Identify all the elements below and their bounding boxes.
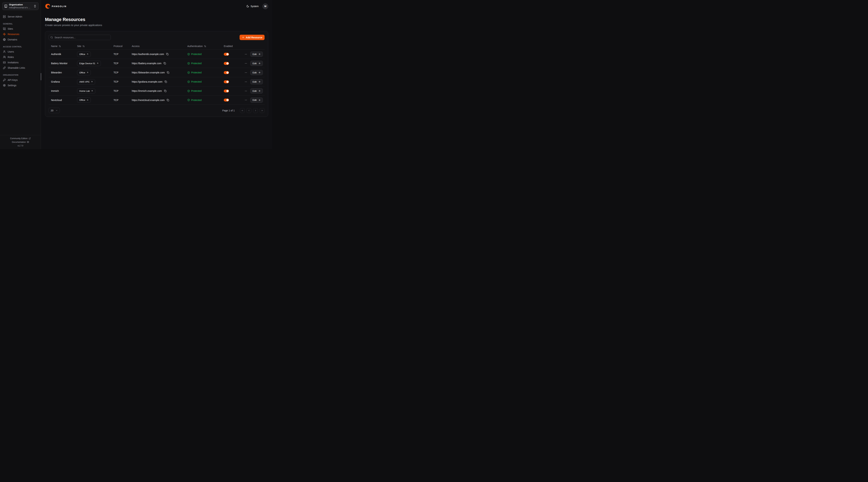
copy-url-button[interactable] — [166, 53, 169, 56]
sidebar-item-sites[interactable]: Sites — [2, 26, 39, 31]
search-box — [49, 35, 111, 40]
first-page-button[interactable] — [240, 108, 245, 113]
sidebar-item-invitations[interactable]: Invitations — [2, 60, 39, 65]
shield-check-icon — [187, 90, 190, 92]
community-edition-link[interactable]: Community Edition — [10, 137, 31, 140]
table-row: Battery Monitor Edge Device 01 TCP https… — [49, 59, 265, 68]
copy-url-button[interactable] — [164, 80, 167, 83]
site-link-button[interactable]: Office — [77, 97, 91, 103]
copy-icon — [166, 53, 168, 55]
edit-button[interactable]: Edit — [250, 70, 263, 75]
edit-button[interactable]: Edit — [250, 79, 263, 84]
edit-button[interactable]: Edit — [250, 61, 263, 66]
page-info: Page 1 of 1 — [222, 109, 235, 112]
auth-status-badge: Protected — [191, 62, 202, 65]
enabled-toggle[interactable] — [224, 90, 229, 93]
theme-selector[interactable]: System — [246, 5, 259, 8]
edit-button[interactable]: Edit — [250, 88, 263, 94]
pangolin-logo-icon — [45, 4, 50, 9]
copy-url-button[interactable] — [163, 62, 166, 65]
site-link-button[interactable]: Edge Device 01 — [77, 61, 101, 66]
resource-protocol: TCP — [111, 62, 129, 65]
table-body: Authentik Office TCP https://authentik.e… — [49, 50, 265, 105]
sidebar-item-domains[interactable]: Domains — [2, 37, 39, 42]
sidebar-item-users[interactable]: Users — [2, 49, 39, 54]
column-header-site[interactable]: Site — [75, 45, 111, 47]
enabled-toggle[interactable] — [224, 71, 229, 74]
sidebar-item-settings[interactable]: Settings — [2, 83, 39, 88]
building-icon — [4, 4, 7, 8]
copy-icon — [167, 99, 169, 101]
org-selector[interactable]: Organization milo@fossorial.io's ... — [2, 2, 38, 10]
column-header-name[interactable]: Name — [49, 45, 75, 47]
arrow-right-icon — [258, 62, 260, 65]
edit-button[interactable]: Edit — [250, 97, 263, 103]
site-link-button[interactable]: Office — [77, 52, 91, 57]
site-link-button[interactable]: Home Lab — [77, 88, 95, 94]
sidebar-item-label: Roles — [8, 56, 14, 59]
row-menu-button[interactable] — [244, 80, 248, 84]
waypoints-icon — [3, 33, 6, 36]
documentation-link[interactable]: Documentation — [12, 141, 29, 143]
column-header-authentication[interactable]: Authentication — [185, 45, 221, 47]
enabled-toggle[interactable] — [224, 99, 229, 101]
copy-url-button[interactable] — [164, 89, 167, 93]
last-page-button[interactable] — [260, 108, 265, 113]
arrow-up-right-icon — [87, 53, 89, 55]
arrow-right-icon — [258, 99, 260, 101]
next-page-button[interactable] — [253, 108, 258, 113]
avatar-initial: M — [265, 5, 267, 8]
site-link-button[interactable]: AWS VPC — [77, 79, 95, 85]
resources-card: Add Resource Name Site Protocol — [45, 31, 268, 117]
toggle-knob — [226, 53, 229, 55]
user-avatar[interactable]: M — [262, 3, 268, 9]
copy-url-button[interactable] — [166, 99, 169, 102]
enabled-toggle[interactable] — [224, 80, 229, 83]
resource-access-url: https://grafana.example.com — [132, 80, 162, 83]
sidebar-item-shareable-links[interactable]: Shareable Links — [2, 65, 39, 70]
ellipsis-icon — [245, 71, 247, 74]
resource-name: Battery Monitor — [49, 62, 75, 65]
row-menu-button[interactable] — [244, 53, 248, 56]
add-resource-button[interactable]: Add Resource — [240, 35, 265, 40]
chevrons-right-icon — [261, 109, 264, 112]
page-size-value: 20 — [51, 109, 54, 112]
community-edition-label: Community Edition — [10, 137, 28, 140]
row-menu-button[interactable] — [244, 71, 248, 74]
enabled-toggle[interactable] — [224, 62, 229, 65]
globe-icon — [3, 38, 6, 41]
resource-name: Immich — [49, 90, 75, 92]
previous-page-button[interactable] — [247, 108, 251, 113]
sidebar-item-server-admin[interactable]: Server Admin — [2, 14, 39, 19]
chevrons-up-down-icon — [33, 4, 37, 8]
sidebar-item-label: Shareable Links — [8, 66, 25, 69]
ellipsis-icon — [245, 99, 247, 101]
shield-check-icon — [187, 99, 190, 101]
top-bar: PANGOLIN System M — [41, 0, 272, 12]
shield-check-icon — [187, 71, 190, 74]
page-size-select[interactable]: 20 — [49, 108, 60, 113]
resource-name: Authentik — [49, 53, 75, 56]
sidebar-item-api-keys[interactable]: API Keys — [2, 77, 39, 83]
ellipsis-icon — [245, 90, 247, 92]
enabled-toggle[interactable] — [224, 53, 229, 56]
sidebar-item-roles[interactable]: Roles — [2, 54, 39, 60]
site-link-button[interactable]: Office — [77, 70, 91, 75]
sidebar-item-label: Invitations — [8, 61, 19, 64]
moon-icon — [246, 5, 249, 8]
row-menu-button[interactable] — [244, 98, 248, 102]
auth-status-badge: Protected — [191, 99, 202, 101]
sidebar-item-resources[interactable]: Resources — [2, 31, 39, 37]
row-menu-button[interactable] — [244, 89, 248, 93]
sort-icon — [59, 45, 61, 47]
edit-button[interactable]: Edit — [250, 52, 263, 57]
resource-name: Nextcloud — [49, 99, 75, 101]
sidebar-resize-handle[interactable] — [41, 73, 41, 80]
chevron-left-icon — [248, 109, 250, 112]
search-input[interactable] — [49, 35, 111, 40]
arrow-up-right-icon — [96, 62, 99, 64]
auth-status-badge: Protected — [191, 80, 202, 83]
ticket-check-icon — [3, 61, 6, 64]
row-menu-button[interactable] — [244, 62, 248, 65]
copy-url-button[interactable] — [166, 71, 169, 74]
